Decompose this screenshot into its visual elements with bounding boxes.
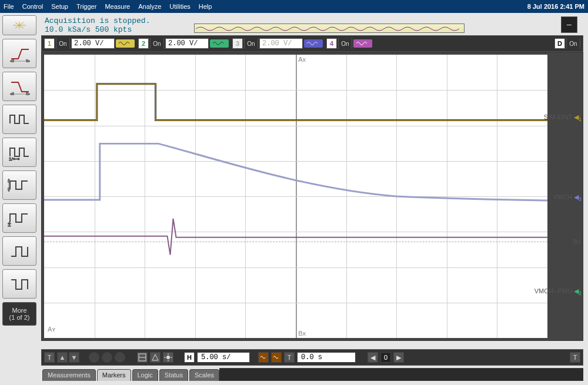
marker-by: Bʏ [573,238,582,246]
tab-markers[interactable]: Markers [97,369,131,381]
trigger-delay-icon[interactable]: T [284,352,295,363]
tab-status[interactable]: Status [159,369,188,381]
channel-num: 4 [326,38,337,49]
tab-logic[interactable]: Logic [132,369,158,381]
knob-c-icon[interactable] [115,352,125,363]
nudge-up[interactable]: ▲ [57,352,68,363]
sidebar-more[interactable]: More (1 of 2) [2,302,36,326]
svg-marker-8 [10,92,14,95]
nav-left[interactable]: ◀ [368,352,378,363]
bottom-tabs: Measurements Markers Logic Status Scales [41,366,583,381]
coupling-icon[interactable] [210,39,229,48]
channel-4[interactable]: 4 On [326,38,372,49]
waveform-area[interactable]: Ax Bx Aʏ [44,55,547,338]
tool-edge-rise[interactable] [2,39,36,68]
knob-a-icon[interactable] [89,352,99,363]
coupling-icon[interactable] [353,39,372,48]
minimize-plot-icon[interactable]: — [561,16,577,33]
svg-text:±: ± [8,221,11,227]
channel-on-label: On [56,38,70,49]
timebase-bar: T ▲ ▼ H 5.00 s/ T 0.0 s ◀ 0 ▶ T [41,349,583,366]
datetime: 8 Jul 2016 2:41 PM [527,3,584,10]
digital-channel[interactable]: D On [554,38,580,49]
menu-trigger[interactable]: Trigger [76,3,96,10]
channel-3[interactable]: 3 On 2.00 V/ [232,38,323,49]
dash-icon: — [567,21,572,29]
channel-num: 2 [138,38,149,49]
knob-b-icon[interactable] [102,352,112,363]
menu-measure[interactable]: Measure [105,3,130,10]
delay-mode-b-icon[interactable] [271,352,282,363]
channel-1[interactable]: 1 On 2.00 V/ [44,38,135,49]
ch2-label: VMCH--PMU ◀2 [534,287,582,296]
svg-marker-5 [10,59,14,62]
nav-right[interactable]: ▶ [393,352,404,363]
display-mode-b-icon[interactable] [150,352,161,363]
menu-setup[interactable]: Setup [51,3,68,10]
svg-marker-6 [26,59,30,62]
tool-pulse-period[interactable]: 1/⟷ [2,138,36,167]
trigger-pos-icon[interactable]: T [44,352,55,363]
channel-num: 3 [232,38,243,49]
timebase-scale[interactable]: 5.00 s/ [197,352,250,363]
channel-on-label: On [244,38,258,49]
svg-text:1/⟷: 1/⟷ [9,156,20,161]
channel-on-label: On [150,38,164,49]
menu-analyze[interactable]: Analyze [138,3,161,10]
svg-marker-9 [26,92,30,95]
menu-utilities[interactable]: Utilities [169,3,190,10]
acquisition-minimap[interactable] [194,24,465,33]
channel-scale[interactable]: 2.00 V/ [259,38,303,49]
display-mode-a-icon[interactable] [137,352,148,363]
menu-file[interactable]: File [4,3,14,10]
intensity-icon[interactable] [163,352,173,363]
tool-fall-edge[interactable] [2,269,36,299]
tool-pulse-width[interactable] [2,105,36,134]
channel-scale[interactable]: 2.00 V/ [165,38,209,49]
timebase-H: H [184,352,195,363]
waveform-panel: Ax Bx Aʏ SIM-EINT ◀1 VMCH ◀3 [41,52,583,341]
trigger-pos-right-icon[interactable]: T [570,352,580,363]
acquisition-info: Acquisition is stopped. 10.0 kSa/s 500 k… [41,15,583,35]
svg-marker-13 [8,188,11,192]
run-stop-indicator[interactable] [2,15,36,35]
delay-mode-a-icon[interactable] [258,352,269,363]
sidebar-more-l2: (1 of 2) [9,314,30,321]
svg-point-17 [166,356,170,359]
channel-2[interactable]: 2 On 2.00 V/ [138,38,229,49]
vertical-nudge[interactable]: ▲ ▼ [57,352,79,363]
tab-scales[interactable]: Scales [189,369,219,381]
tool-edge-fall[interactable] [2,72,36,101]
menu-control[interactable]: Control [22,3,43,10]
tab-measurements[interactable]: Measurements [42,369,96,381]
digital-label: D [554,38,565,49]
coupling-icon[interactable] [304,39,323,48]
tool-rise-edge[interactable] [2,236,36,266]
timebase-delay[interactable]: 0.0 s [297,352,356,363]
waveform-traces [44,55,547,338]
menu-help[interactable]: Help [199,3,212,10]
channel-num: 1 [44,38,55,49]
channel-bar: 1 On 2.00 V/ 2 On 2.00 V/ 3 On 2.00 V/ [41,35,583,52]
nav-zero[interactable]: 0 [380,352,391,363]
coupling-icon[interactable] [116,39,135,48]
channel-scale[interactable]: 2.00 V/ [71,38,115,49]
digital-on: On [566,38,580,49]
nudge-dn[interactable]: ▼ [69,352,79,363]
ch3-label: VMCH ◀3 [553,193,582,202]
ch1-label: SIM-EINT ◀1 [544,113,582,122]
sidebar-more-l1: More [12,307,26,314]
sidebar: 1/⟷ ± More (1 of 2) [2,15,36,326]
channel-on-label: On [338,38,352,49]
menubar: File Control Setup Trigger Measure Analy… [0,0,588,13]
tool-amplitude-pm[interactable]: ± [2,203,36,233]
tool-amplitude-up[interactable] [2,170,36,200]
